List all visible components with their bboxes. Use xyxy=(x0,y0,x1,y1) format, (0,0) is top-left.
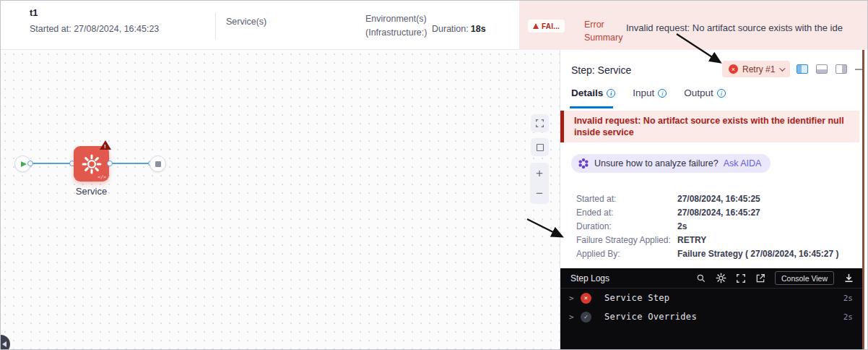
expand-fullscreen-icon[interactable] xyxy=(736,273,746,283)
aida-icon xyxy=(578,158,589,169)
info-icon: i xyxy=(658,89,667,98)
log-duration: 2s xyxy=(843,294,853,303)
zoom-out-button[interactable]: − xyxy=(536,187,543,200)
panel-layout-controls xyxy=(797,64,864,74)
detail-row-ended-at: Ended at: 27/08/2024, 16:45:27 xyxy=(576,205,858,219)
canvas-zoom-controls: + − xyxy=(530,163,549,204)
detail-row-duration: Duration: 2s xyxy=(576,219,858,233)
step-tabs: Details i Input i Output i xyxy=(571,88,726,98)
environments-label: Environment(s) (Infrastructure:) xyxy=(365,12,427,40)
canvas-fullscreen-button[interactable] xyxy=(531,114,549,132)
duration-label: Duration: xyxy=(432,24,469,34)
success-status-icon: ✓ xyxy=(581,312,591,323)
retry-failed-icon: × xyxy=(729,64,738,74)
error-summary-message[interactable]: Invalid request: No artifact source exis… xyxy=(626,22,843,33)
execution-header: t1 Started at: 27/08/2024, 16:45:23 Dura… xyxy=(1,1,868,50)
end-node[interactable] xyxy=(149,155,166,172)
gear-icon xyxy=(82,154,102,174)
duration-text: Duration:18s xyxy=(432,24,486,34)
retry-dropdown[interactable]: × Retry #1 xyxy=(722,61,790,77)
connector-dot xyxy=(27,161,33,166)
step-logs-console: Step Logs xyxy=(560,268,863,350)
selection-square-icon xyxy=(536,143,544,152)
step-panel-title: Step: Service xyxy=(571,64,631,76)
log-row-service-overrides[interactable]: > ✓ Service Overrides 2s xyxy=(560,307,863,326)
step-error-text: Invalid request: No artifact source exis… xyxy=(574,115,849,139)
layout-right-panel-icon[interactable] xyxy=(836,64,847,74)
error-summary-label: Error Summary xyxy=(584,18,626,44)
step-details-panel: Step: Service × Retry #1 Details i Input… xyxy=(560,50,868,350)
play-icon xyxy=(21,161,27,167)
layout-left-panel-icon[interactable] xyxy=(797,64,808,74)
step-error-banner: Invalid request: No artifact source exis… xyxy=(560,111,859,142)
arrow-left-icon xyxy=(2,341,6,347)
tab-details[interactable]: Details i xyxy=(571,88,615,98)
infrastructure-label: (Infrastructure:) xyxy=(365,26,427,40)
layout-bottom-panel-icon[interactable] xyxy=(816,64,828,74)
node-failure-warning-icon: ! xyxy=(100,140,111,150)
detail-row-failure-strategy: Failure Strategy Applied: RETRY xyxy=(576,233,858,247)
connector-dot xyxy=(107,161,113,166)
active-tab-underline xyxy=(570,106,613,108)
canvas-select-button[interactable] xyxy=(531,138,549,156)
info-icon: i xyxy=(607,89,615,98)
pipeline-name: t1 xyxy=(30,7,38,18)
download-logs-icon[interactable] xyxy=(843,273,854,283)
header-divider xyxy=(215,13,216,40)
step-logs-header: Step Logs xyxy=(560,268,863,289)
stop-icon xyxy=(155,161,161,167)
failed-status-icon: × xyxy=(581,293,591,304)
started-at-text: Started at: 27/08/2024, 16:45:23 xyxy=(30,24,159,34)
open-external-icon[interactable] xyxy=(755,273,765,283)
ask-aida-link[interactable]: Ask AIDA xyxy=(724,158,762,168)
tab-output[interactable]: Output i xyxy=(684,88,726,98)
log-duration: 2s xyxy=(843,312,853,322)
edge-service-to-end xyxy=(110,163,151,164)
code-icon: </> xyxy=(97,174,106,180)
zoom-in-button[interactable]: + xyxy=(536,167,543,179)
failed-badge-label: FAI... xyxy=(542,22,560,30)
pipeline-execution-window: t1 Started at: 27/08/2024, 16:45:23 Dura… xyxy=(0,0,868,350)
chevron-right-icon[interactable]: > xyxy=(569,294,581,303)
aida-suggestion-pill[interactable]: Unsure how to analyze failure? Ask AIDA xyxy=(571,154,771,173)
warning-triangle-icon xyxy=(533,23,539,29)
console-view-button[interactable]: Console View xyxy=(775,271,834,285)
duration-value: 18s xyxy=(471,24,486,34)
pipeline-canvas[interactable]: ! </> Service + − xyxy=(1,50,560,350)
chevron-down-icon xyxy=(780,65,786,71)
retry-label: Retry #1 xyxy=(742,64,775,74)
info-icon: i xyxy=(717,89,726,98)
aida-prompt-text: Unsure how to analyze failure? xyxy=(594,158,719,168)
panel-scrollbar[interactable] xyxy=(862,50,864,350)
log-row-service-step[interactable]: > × Service Step 2s xyxy=(560,289,863,307)
service-step-node[interactable]: ! </> xyxy=(74,146,109,182)
services-label: Service(s) xyxy=(226,17,266,27)
edge-start-to-service xyxy=(30,163,72,164)
detail-row-applied-by: Applied By: Failure Strategy ( 27/08/202… xyxy=(576,247,858,260)
search-icon[interactable] xyxy=(696,273,706,283)
service-node-label: Service xyxy=(55,186,128,197)
fullscreen-icon xyxy=(535,119,544,128)
settings-gear-icon[interactable] xyxy=(716,273,726,283)
step-detail-list: Started at: 27/08/2024, 16:45:25 Ended a… xyxy=(576,192,858,260)
tab-input[interactable]: Input i xyxy=(633,88,667,98)
failed-status-badge[interactable]: FAI... xyxy=(528,20,565,33)
detail-row-started-at: Started at: 27/08/2024, 16:45:25 xyxy=(576,192,858,205)
step-logs-title: Step Logs xyxy=(570,273,609,283)
chevron-right-icon[interactable]: > xyxy=(569,312,581,322)
